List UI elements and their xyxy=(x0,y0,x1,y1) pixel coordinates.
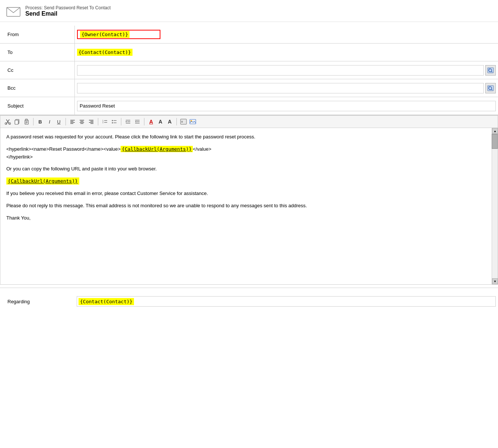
body-para-2: <hyperlink><name>Reset Password</name><v… xyxy=(6,145,489,161)
paste-icon xyxy=(23,119,29,125)
regarding-label: Regarding xyxy=(0,296,74,307)
cc-lookup-button[interactable] xyxy=(485,65,496,76)
callback-url-tag-inline: {CallbackUrl(Arguments)} xyxy=(121,146,193,152)
separator-2 xyxy=(66,118,66,125)
bcc-input-group xyxy=(77,83,496,93)
copy-icon xyxy=(14,119,20,125)
align-center-icon xyxy=(79,119,85,125)
align-left-icon xyxy=(70,119,76,125)
bcc-input[interactable] xyxy=(77,83,484,93)
svg-text:2.: 2. xyxy=(102,121,104,124)
unordered-list-button[interactable] xyxy=(110,117,119,126)
separator-4 xyxy=(121,118,121,125)
alignment-group xyxy=(68,117,96,126)
from-tag: {Owner(Contact)} xyxy=(80,31,130,38)
regarding-input[interactable]: {Contact(Contact)} xyxy=(77,296,496,307)
align-left-button[interactable] xyxy=(68,117,77,126)
align-right-icon xyxy=(88,119,94,125)
svg-point-36 xyxy=(112,120,113,121)
hyperlink-prefix: <hyperlink><name>Reset Password</name><v… xyxy=(6,146,121,152)
ordered-list-icon: 1. 2. xyxy=(102,119,108,125)
font-size-button[interactable]: A xyxy=(156,117,165,126)
body-para-3: Or you can copy the following URL and pa… xyxy=(6,165,489,173)
from-field: {Owner(Contact)} xyxy=(74,26,498,43)
increase-indent-button[interactable] xyxy=(124,117,133,126)
header-text: Process: Send Password Reset To Contact … xyxy=(25,5,111,17)
separator-3 xyxy=(98,118,98,125)
separator-1 xyxy=(33,118,33,125)
bcc-row: Bcc xyxy=(0,79,498,97)
align-center-button[interactable] xyxy=(77,117,86,126)
bcc-field xyxy=(74,79,498,97)
to-tag: {Contact(Contact)} xyxy=(77,49,133,56)
to-row: To {Contact(Contact)} xyxy=(0,44,498,61)
insert-field-button[interactable]: ≡ xyxy=(179,117,188,126)
paste-button[interactable] xyxy=(22,117,31,126)
italic-button[interactable]: I xyxy=(45,117,54,126)
insert-field-icon: ≡ xyxy=(180,119,187,125)
cc-lookup-icon xyxy=(487,67,494,73)
increase-indent-icon xyxy=(125,119,131,125)
bcc-label: Bcc xyxy=(0,79,74,97)
to-label: To xyxy=(0,44,74,61)
svg-point-37 xyxy=(112,122,113,124)
underline-button[interactable]: U xyxy=(54,117,63,126)
decrease-indent-icon xyxy=(134,119,140,125)
cc-input[interactable] xyxy=(77,65,484,76)
svg-rect-16 xyxy=(25,119,28,121)
subject-field xyxy=(74,97,498,115)
svg-rect-14 xyxy=(15,120,18,124)
editor-toolbar: B I U xyxy=(0,115,498,128)
subject-row: Subject xyxy=(0,97,498,115)
email-editor: B I U xyxy=(0,115,498,285)
email-icon xyxy=(6,6,21,18)
from-row: From {Owner(Contact)} xyxy=(0,26,498,44)
page-title: Send Email xyxy=(25,10,111,17)
svg-rect-4 xyxy=(488,68,490,69)
hyperlink-end: </hyperlink> xyxy=(6,154,33,160)
process-title: Process: Send Password Reset To Contact xyxy=(25,5,111,10)
svg-rect-8 xyxy=(488,86,490,87)
ordered-list-button[interactable]: 1. 2. xyxy=(100,117,109,126)
scrollbar-down-button[interactable]: ▼ xyxy=(492,278,498,284)
subject-label: Subject xyxy=(0,97,74,115)
body-para-6: Thank You, xyxy=(6,214,489,222)
subject-input[interactable] xyxy=(77,101,496,111)
svg-text:≡: ≡ xyxy=(181,120,183,124)
indent-group xyxy=(124,117,142,126)
bcc-lookup-icon xyxy=(487,85,494,91)
regarding-tag: {Contact(Contact)} xyxy=(79,298,134,305)
email-form: From {Owner(Contact)} To {Contact(Contac… xyxy=(0,22,498,115)
copy-button[interactable] xyxy=(13,117,22,126)
background-color-button[interactable]: A xyxy=(165,117,174,126)
bold-button[interactable]: B xyxy=(36,117,45,126)
cut-icon xyxy=(5,119,11,125)
unordered-list-icon xyxy=(111,119,117,125)
font-color-button[interactable]: A xyxy=(147,117,156,126)
clipboard-group xyxy=(3,117,31,126)
color-group: A A A xyxy=(147,117,174,126)
from-input[interactable]: {Owner(Contact)} xyxy=(78,31,160,38)
from-field-border: {Owner(Contact)} xyxy=(77,30,160,39)
regarding-field: {Contact(Contact)} xyxy=(74,295,498,308)
email-body-content[interactable]: A password reset was requested for your … xyxy=(0,128,498,284)
insert-image-button[interactable] xyxy=(188,117,197,126)
insert-image-icon xyxy=(189,119,196,125)
scrollbar-thumb[interactable] xyxy=(492,134,498,149)
to-field[interactable]: {Contact(Contact)} xyxy=(74,44,498,61)
cut-button[interactable] xyxy=(3,117,12,126)
separator-5 xyxy=(144,118,144,125)
bcc-lookup-button[interactable] xyxy=(485,83,496,93)
scrollbar-track: ▲ ▼ xyxy=(492,128,498,284)
scrollbar-up-button[interactable]: ▲ xyxy=(492,128,498,134)
callback-url-tag-block: {CallbackUrl(Arguments)} xyxy=(6,177,79,185)
body-para-4: If you believe you received this email i… xyxy=(6,190,489,198)
decrease-indent-button[interactable] xyxy=(133,117,142,126)
from-label: From xyxy=(0,26,74,43)
regarding-section: Regarding {Contact(Contact)} xyxy=(0,288,498,309)
cc-label: Cc xyxy=(0,61,74,79)
list-group: 1. 2. xyxy=(100,117,119,126)
cc-input-group xyxy=(77,65,496,76)
hyperlink-suffix: </value> xyxy=(193,146,211,152)
align-right-button[interactable] xyxy=(87,117,96,126)
